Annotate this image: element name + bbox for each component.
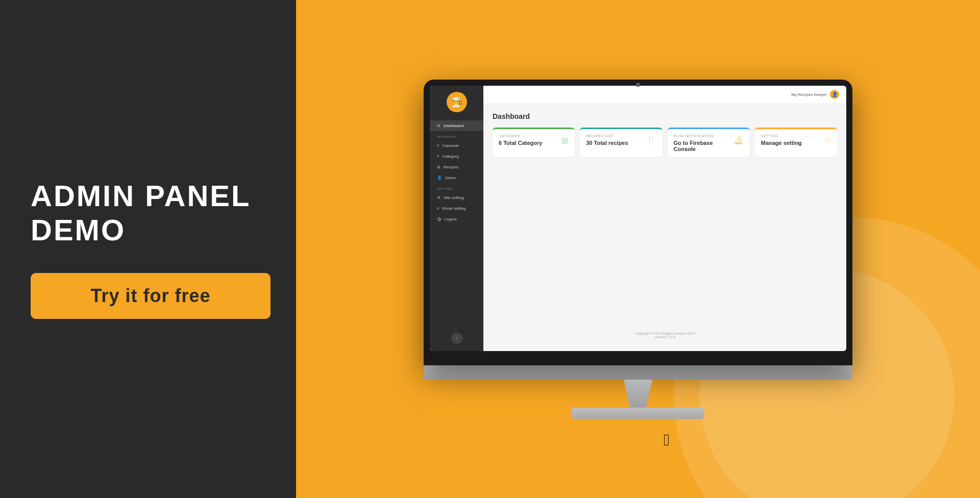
sidebar-collapse-button[interactable]: ‹ xyxy=(451,333,462,344)
copyright-text: Copyright © My Recipes Keeper 2019 xyxy=(493,332,837,335)
stat-card-value: 6 Total Category xyxy=(499,140,542,146)
recipes-icon: ⊞ xyxy=(437,165,440,169)
page-title: Dashboard xyxy=(493,112,837,120)
stat-card-value: Manage setting xyxy=(761,140,802,146)
version-text: version 2.3.0 xyxy=(493,335,837,339)
stat-card-info: SETTING Manage setting xyxy=(761,134,802,146)
sidebar-item-category[interactable]: ≡ Category xyxy=(430,151,483,162)
interface-section-label: INTERFACE xyxy=(430,135,456,138)
sidebar-item-dashboard[interactable]: ⊞ Dashboard xyxy=(430,120,483,131)
sidebar-item-label: Site setting xyxy=(444,195,464,200)
sidebar-item-label: Dashboard xyxy=(444,123,463,128)
dashboard-footer: Copyright © My Recipes Keeper 2019 versi… xyxy=(493,332,837,343)
stat-card-label: RECIPES LIST xyxy=(586,134,628,138)
stat-card-info: CATEGORY 6 Total Category xyxy=(499,134,542,146)
stat-card-label: CATEGORY xyxy=(499,134,542,138)
grid-icon: ▦ xyxy=(561,135,569,145)
page-body: Dashboard CATEGORY 6 Total Category ▦ xyxy=(483,104,846,351)
stat-card-notification: PUSH NOTIFICATION Go to Firebase Console… xyxy=(668,128,750,157)
sidebar-item-label: Recipes xyxy=(444,165,458,169)
bell-icon: 🔔 xyxy=(733,135,744,145)
sidebar-item-logout[interactable]: ⏻ Logout xyxy=(430,214,483,225)
sidebar-item-label: Category xyxy=(443,154,459,159)
fork-icon: 🍴 xyxy=(646,135,656,145)
stat-card-label: PUSH NOTIFICATION xyxy=(674,134,733,138)
cta-button[interactable]: Try it for free xyxy=(31,273,271,319)
sidebar-item-label: Logout xyxy=(444,217,456,221)
stat-cards: CATEGORY 6 Total Category ▦ RECIPES LIST… xyxy=(493,128,837,157)
stat-card-value: 30 Total recipes xyxy=(586,140,628,146)
main-content: My Recipes Keeper 👤 Dashboard CATEGORY xyxy=(483,86,846,351)
imac-chin xyxy=(424,365,852,380)
email-icon: ≡ xyxy=(437,206,439,211)
stat-card-category: CATEGORY 6 Total Category ▦ xyxy=(493,128,575,157)
left-panel: Admin Panel Demo Try it for free xyxy=(0,0,296,498)
sidebar-item-site-setting[interactable]: ⚙ Site setting xyxy=(430,192,483,203)
stat-card-label: SETTING xyxy=(761,134,802,138)
stat-card-setting: SETTING Manage setting ⚙ xyxy=(755,128,837,157)
imac-screen-inner: 👨‍🍳 ⊞ Dashboard INTERFACE ≡ Carousel ≡ xyxy=(430,86,846,351)
app-sidebar: 👨‍🍳 ⊞ Dashboard INTERFACE ≡ Carousel ≡ xyxy=(430,86,483,351)
gear-icon: ⚙ xyxy=(824,135,831,145)
imac-base xyxy=(572,408,704,419)
setting-section-label: SETTING xyxy=(430,187,452,190)
sidebar-item-label: Users xyxy=(445,176,456,180)
imac-mockup: 👨‍🍳 ⊞ Dashboard INTERFACE ≡ Carousel ≡ xyxy=(424,80,852,419)
carousel-icon: ≡ xyxy=(437,143,439,148)
sidebar-item-recipes[interactable]: ⊞ Recipes xyxy=(430,162,483,172)
chef-icon: 👨‍🍳 xyxy=(451,96,462,108)
stat-card-recipes: RECIPES LIST 30 Total recipes 🍴 xyxy=(580,128,662,157)
hero-title: Admin Panel Demo xyxy=(31,179,251,247)
camera-dot xyxy=(636,83,640,87)
sidebar-item-users[interactable]: 👤 Users xyxy=(430,172,483,183)
imac-neck xyxy=(618,380,658,408)
sidebar-item-label: Carousel xyxy=(443,143,459,148)
apple-logo-icon:  xyxy=(664,431,670,450)
sidebar-item-label: Email setting xyxy=(443,206,466,211)
stat-card-info: RECIPES LIST 30 Total recipes xyxy=(586,134,628,146)
imac-screen-outer: 👨‍🍳 ⊞ Dashboard INTERFACE ≡ Carousel ≡ xyxy=(424,80,852,365)
stat-card-value: Go to Firebase Console xyxy=(674,140,733,152)
dashboard-icon: ⊞ xyxy=(437,123,440,128)
users-icon: 👤 xyxy=(437,176,442,180)
avatar: 👤 xyxy=(830,90,839,99)
right-panel: 👨‍🍳 ⊞ Dashboard INTERFACE ≡ Carousel ≡ xyxy=(296,0,980,498)
site-setting-icon: ⚙ xyxy=(437,195,440,200)
topbar-username: My Recipes Keeper xyxy=(791,92,827,97)
topbar: My Recipes Keeper 👤 xyxy=(483,86,846,104)
stat-card-info: PUSH NOTIFICATION Go to Firebase Console xyxy=(674,134,733,152)
category-icon: ≡ xyxy=(437,154,439,159)
sidebar-item-carousel[interactable]: ≡ Carousel xyxy=(430,140,483,151)
sidebar-item-email-setting[interactable]: ≡ Email setting xyxy=(430,203,483,214)
sidebar-logo: 👨‍🍳 xyxy=(447,92,467,112)
logout-icon: ⏻ xyxy=(437,217,441,221)
